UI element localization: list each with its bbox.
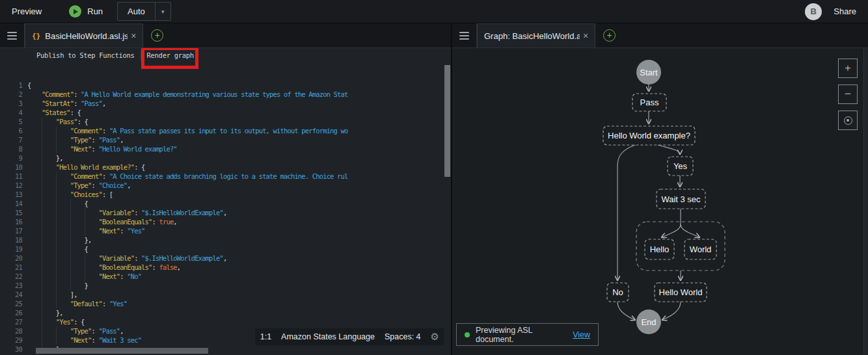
line-number: 7 [0, 135, 22, 144]
tab-editor-file[interactable]: {} BasicHelloWorld.asl.js × [25, 23, 143, 47]
svg-text:World: World [690, 244, 712, 254]
code-editor[interactable]: 1{2 "Comment": "A Hello World example de… [0, 62, 451, 354]
code-line[interactable]: 14 { [0, 199, 451, 208]
indent-guide [42, 281, 42, 290]
topbar-left: Preview Run Auto ▾ [0, 2, 171, 21]
view-link[interactable]: View [573, 330, 590, 339]
code-line[interactable]: 20 "Variable": "$.IsHelloWorldExample", [0, 254, 451, 263]
publish-button[interactable]: Publish to Step Functions [36, 51, 135, 59]
graph-node-start: Start [636, 60, 661, 85]
render-graph-button[interactable]: Render graph [147, 51, 194, 59]
code-line[interactable]: 3 "StartAt": "Pass", [0, 99, 451, 108]
code-line[interactable]: 22 "Next": "No" [0, 272, 451, 281]
code-line[interactable]: 8 "Next": "Hello World example?" [0, 144, 451, 153]
center-graph-button[interactable] [838, 111, 858, 130]
code-line[interactable]: 11 "Comment": "A Choice state adds branc… [0, 172, 451, 181]
code-line[interactable]: 13 "Choices": [ [0, 190, 451, 199]
gear-icon[interactable]: ⚙ [431, 331, 439, 343]
indent-guide [56, 335, 57, 345]
graph-edge-wait-to-hello [662, 209, 681, 237]
indent-guide [42, 226, 42, 235]
code-line[interactable]: 21 "BooleanEquals": false, [0, 263, 451, 272]
svg-text:Pass: Pass [640, 98, 659, 107]
indent-guide [85, 254, 85, 263]
indent-guide [42, 190, 42, 199]
code-line[interactable]: 18 }, [0, 235, 451, 244]
graph-panel: Graph: BasicHelloWorld.asl.js × + StartP… [452, 23, 868, 355]
code-line[interactable]: 9 }, [0, 153, 451, 163]
line-number: 30 [0, 345, 22, 354]
chevron-down-icon[interactable]: ▾ [155, 3, 170, 20]
code-line[interactable]: 16 "BooleanEquals": true, [0, 217, 451, 226]
editor-vertical-scrollbar[interactable] [444, 65, 450, 177]
avatar[interactable]: B [805, 3, 822, 20]
code-line[interactable]: 27 "Yes": { [0, 317, 451, 326]
code-line[interactable]: 15 "Variable": "$.IsHelloWorldExample", [0, 208, 451, 217]
svg-text:End: End [641, 317, 656, 327]
line-number: 5 [0, 117, 22, 126]
indent-guide [85, 226, 85, 235]
language-mode[interactable]: Amazon States Language [281, 332, 375, 341]
new-tab-button[interactable]: + [143, 23, 163, 47]
indent-guide [42, 181, 42, 190]
cursor-position[interactable]: 1:1 [260, 332, 271, 341]
graph-body: StartPassHello World example?YesWait 3 s… [452, 48, 868, 354]
line-number: 18 [0, 235, 22, 244]
run-button[interactable]: Run [69, 5, 103, 18]
workspace: {} BasicHelloWorld.asl.js × + Publish to… [0, 23, 868, 355]
code-line[interactable]: 10 "Hello World example?": { [0, 163, 451, 172]
graph-edge-hello-world-to-end [662, 302, 681, 320]
code-line[interactable]: 26 }, [0, 308, 451, 317]
zoom-out-button[interactable]: − [838, 85, 858, 104]
indent-guide [56, 190, 57, 199]
tab-graph[interactable]: Graph: BasicHelloWorld.asl.js × [477, 23, 595, 47]
preview-button[interactable]: Preview [12, 7, 42, 16]
indent-guide [42, 335, 42, 345]
code-line[interactable]: 6 "Comment": "A Pass state passes its in… [0, 126, 451, 135]
code-line[interactable]: 7 "Type": "Pass", [0, 135, 451, 144]
code-line[interactable]: 24 ], [0, 290, 451, 299]
code-lines: 1{2 "Comment": "A Hello World example de… [0, 81, 451, 354]
cloud9-window: Preview Run Auto ▾ B Share {} [0, 0, 868, 355]
indent-guide [56, 135, 57, 144]
indent-guide [42, 126, 42, 135]
zoom-in-button[interactable]: + [838, 59, 858, 78]
indent-guide [56, 181, 57, 190]
graph-canvas[interactable]: StartPassHello World example?YesWait 3 s… [452, 48, 862, 354]
run-mode-value: Auto [118, 3, 155, 20]
code-line[interactable]: 31 "No": { [0, 354, 451, 354]
indent-setting[interactable]: Spaces: 4 [385, 332, 421, 341]
indent-guide [42, 290, 42, 299]
line-number: 1 [0, 81, 22, 90]
run-mode-dropdown[interactable]: Auto ▾ [117, 2, 171, 21]
code-line[interactable]: 23 } [0, 281, 451, 290]
graph-menu-button[interactable] [452, 23, 477, 47]
code-line[interactable]: 12 "Type": "Choice", [0, 181, 451, 190]
editor-menu-button[interactable] [0, 23, 25, 47]
json-braces-icon: {} [32, 32, 40, 40]
indent-guide [56, 326, 57, 335]
close-tab-icon[interactable]: × [131, 31, 136, 41]
indent-guide [42, 144, 42, 153]
line-number: 13 [0, 190, 22, 199]
line-number: 19 [0, 244, 22, 254]
graph-edge-no-to-end [617, 302, 635, 320]
code-line[interactable]: 2 "Comment": "A Hello World example demo… [0, 90, 451, 99]
code-line[interactable]: 5 "Pass": { [0, 117, 451, 126]
code-line[interactable]: 25 "Default": "Yes" [0, 299, 451, 308]
line-number: 24 [0, 290, 22, 299]
share-button[interactable]: Share [834, 7, 856, 16]
hamburger-icon [459, 32, 469, 40]
center-target-icon [844, 116, 852, 125]
code-line[interactable]: 1{ [0, 81, 451, 90]
graph-scrollbar-track[interactable] [863, 48, 868, 354]
indent-guide [85, 263, 85, 272]
code-line[interactable]: 19 { [0, 244, 451, 254]
line-number: 11 [0, 172, 22, 181]
editor-horizontal-scrollbar[interactable] [36, 348, 208, 354]
code-line[interactable]: 17 "Next": "Yes" [0, 226, 451, 235]
indent-guide [42, 208, 42, 217]
code-line[interactable]: 4 "States": { [0, 108, 451, 117]
new-tab-button[interactable]: + [595, 23, 616, 47]
close-tab-icon[interactable]: × [583, 31, 588, 41]
